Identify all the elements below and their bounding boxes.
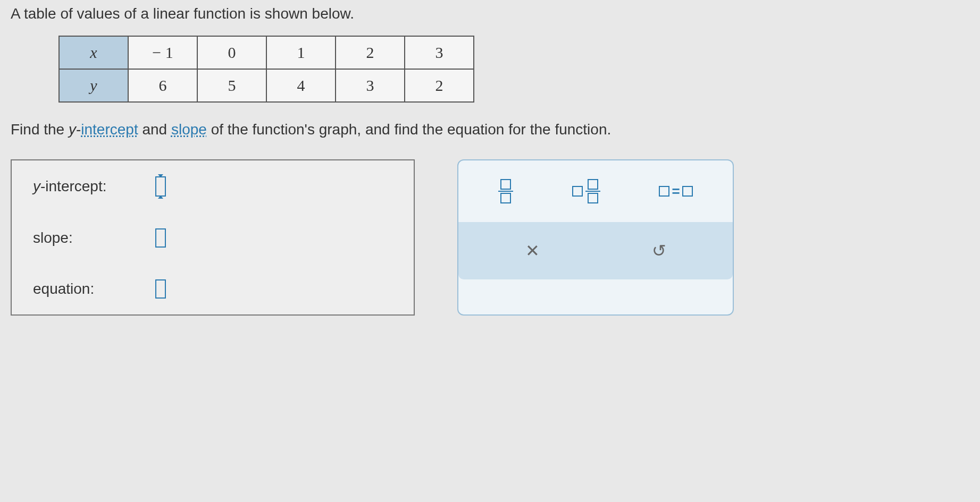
- x-value: 2: [336, 36, 405, 69]
- y-value: 2: [405, 69, 474, 102]
- x-header: x: [59, 36, 128, 69]
- x-value: 0: [197, 36, 266, 69]
- equation-input[interactable]: [155, 279, 166, 299]
- question-text: Find the y-intercept and slope of the fu…: [11, 121, 969, 138]
- intro-text: A table of values of a linear function i…: [11, 5, 969, 22]
- yintercept-label: y-intercept:: [33, 178, 155, 195]
- mixed-number-tool[interactable]: [572, 179, 600, 203]
- answer-box: y-intercept: slope: equation:: [11, 159, 415, 316]
- slope-input[interactable]: [155, 228, 166, 248]
- equation-label: equation:: [33, 280, 155, 297]
- y-value: 6: [128, 69, 197, 102]
- x-value: 1: [266, 36, 336, 69]
- y-value: 5: [197, 69, 266, 102]
- y-value: 4: [266, 69, 336, 102]
- x-value: − 1: [128, 36, 197, 69]
- link-intercept[interactable]: intercept: [81, 121, 138, 138]
- y-header: y: [59, 69, 128, 102]
- clear-button[interactable]: ✕: [515, 238, 550, 263]
- table-row-y: y 6 5 4 3 2: [59, 69, 474, 102]
- equation-tool[interactable]: =: [659, 183, 692, 200]
- link-slope[interactable]: slope: [171, 121, 207, 138]
- fraction-tool[interactable]: [498, 179, 513, 203]
- y-value: 3: [336, 69, 405, 102]
- undo-button[interactable]: ↺: [641, 238, 677, 263]
- values-table: x − 1 0 1 2 3 y 6 5 4 3 2: [58, 36, 474, 103]
- tools-panel: = ✕ ↺: [457, 159, 734, 316]
- x-value: 3: [405, 36, 474, 69]
- table-row-x: x − 1 0 1 2 3: [59, 36, 474, 69]
- slope-label: slope:: [33, 229, 155, 246]
- yintercept-input[interactable]: [155, 176, 166, 197]
